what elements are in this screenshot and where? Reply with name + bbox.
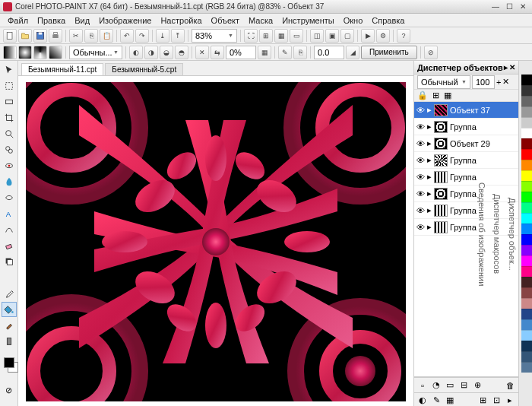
new-button[interactable] — [3, 29, 17, 43]
layer-item[interactable]: 👁▸Объект 37 — [414, 102, 518, 119]
visibility-icon[interactable]: 👁 — [416, 189, 425, 198]
expand-icon[interactable]: ▸ — [427, 138, 432, 148]
visibility-icon[interactable]: 👁 — [416, 156, 425, 165]
transparency-button[interactable]: ▦ — [258, 46, 271, 59]
visibility-icon[interactable]: 👁 — [416, 206, 425, 215]
expand-icon[interactable]: ▸ — [427, 189, 432, 198]
tolerance-spin[interactable]: 0.0 — [314, 46, 344, 59]
edit-button[interactable]: ✎ — [278, 46, 292, 59]
expand-icon[interactable]: ▸ — [427, 205, 432, 215]
style3-button[interactable]: ◒ — [160, 46, 173, 59]
rtab-macros[interactable]: Диспетчер макросов — [492, 194, 502, 274]
mirror-button[interactable]: ⇆ — [211, 46, 224, 59]
print-button[interactable] — [49, 29, 62, 43]
layer-item[interactable]: 👁▸Группа — [414, 202, 518, 219]
style2-button[interactable]: ◑ — [144, 46, 158, 59]
cut-button[interactable]: ✂ — [69, 29, 83, 43]
canvas[interactable] — [26, 82, 406, 401]
vpalette-swatch[interactable] — [521, 170, 532, 181]
visibility-icon[interactable]: 👁 — [416, 106, 425, 115]
vpalette-swatch[interactable] — [521, 255, 532, 266]
undo-button[interactable]: ↶ — [120, 29, 134, 43]
fill-square-button[interactable] — [49, 46, 62, 59]
remove-mask-button[interactable]: ▢ — [340, 29, 354, 43]
dropshadow-tool[interactable] — [2, 254, 17, 269]
vpalette-swatch[interactable] — [521, 128, 532, 138]
transparency-tool[interactable] — [2, 270, 17, 285]
lock-pixel-icon[interactable]: ▦ — [444, 90, 451, 100]
new-lens-icon[interactable]: ◔ — [431, 380, 442, 391]
panel-close-icon[interactable]: ✕ — [509, 63, 515, 71]
visibility-icon[interactable]: 👁 — [416, 122, 425, 132]
fullscreen-button[interactable]: ⛶ — [244, 29, 258, 43]
close-button[interactable]: ✕ — [517, 2, 529, 12]
vpalette-swatch[interactable] — [521, 181, 532, 192]
redo-button[interactable]: ↷ — [135, 29, 149, 43]
vpalette-swatch[interactable] — [521, 341, 532, 351]
reset-button[interactable]: ⊘ — [424, 46, 438, 59]
vpalette-swatch[interactable] — [521, 75, 532, 85]
expand-icon[interactable]: ▸ — [427, 155, 432, 165]
reset-colors[interactable]: ⊘ — [2, 382, 17, 398]
blend-mode-combo[interactable]: Обычны...▼ — [69, 46, 122, 59]
opacity-spin[interactable]: 0% — [226, 46, 256, 59]
open-button[interactable] — [18, 29, 32, 43]
vpalette-swatch[interactable] — [521, 149, 532, 160]
menu-object[interactable]: Объект — [207, 16, 244, 25]
rtab-objects[interactable]: Диспетчер объек... — [508, 198, 517, 271]
rtab-info[interactable]: Сведения об изображении — [477, 182, 486, 286]
show-mask-button[interactable]: ◫ — [310, 29, 324, 43]
maximize-button[interactable]: ☐ — [503, 2, 515, 12]
vpalette-swatch[interactable] — [521, 298, 532, 309]
antialiasing-button[interactable]: ◢ — [346, 46, 359, 59]
copy-fill-button[interactable]: ⎘ — [293, 46, 307, 59]
vpalette-swatch[interactable] — [521, 266, 532, 277]
launch-button[interactable]: ▶ — [361, 29, 375, 43]
paint-tool[interactable] — [2, 318, 17, 333]
layer-blend-combo[interactable]: Обычный▼ — [417, 75, 470, 89]
ft-menu-icon[interactable]: ▸ — [505, 395, 515, 406]
plus-icon[interactable]: + — [496, 78, 501, 87]
expand-icon[interactable]: ▸ — [427, 122, 432, 132]
style4-button[interactable]: ◓ — [175, 46, 188, 59]
layer-item[interactable]: 👁▸Группа — [414, 152, 518, 169]
ft2-icon[interactable]: ✎ — [431, 395, 442, 406]
fill-radial-button[interactable] — [18, 46, 32, 59]
save-button[interactable] — [33, 29, 47, 43]
vpalette-swatch[interactable] — [521, 106, 532, 117]
ft3-icon[interactable]: ▦ — [445, 395, 455, 406]
doc-tab-2[interactable]: Безымянный-5.cpt — [105, 63, 183, 75]
vpalette-swatch[interactable] — [521, 160, 532, 170]
doc-tab-1[interactable]: Безымянный-11.cpt — [21, 63, 103, 75]
help-button[interactable]: ? — [397, 29, 410, 43]
vpalette-swatch[interactable] — [521, 351, 532, 362]
vpalette-swatch[interactable] — [521, 224, 532, 234]
menu-window[interactable]: Окно — [339, 16, 368, 25]
mask-rect-tool[interactable] — [2, 78, 17, 94]
ft4-icon[interactable]: ⊞ — [477, 395, 488, 406]
vpalette-swatch[interactable] — [521, 287, 532, 298]
options-button[interactable]: ⚙ — [376, 29, 390, 43]
color-swatches[interactable] — [2, 353, 17, 373]
lock-all-icon[interactable]: 🔒 — [417, 90, 428, 100]
mask-transform-tool[interactable] — [2, 94, 17, 109]
apply-button[interactable]: Применить — [361, 46, 417, 59]
text-tool[interactable]: A — [2, 206, 17, 221]
paste-button[interactable]: 📋 — [100, 29, 113, 43]
vpalette-swatch[interactable] — [521, 202, 532, 213]
effect-tool[interactable] — [2, 190, 17, 205]
lock-pos-icon[interactable]: ⊞ — [432, 90, 439, 100]
zoom-combo[interactable]: 83%▼ — [192, 29, 237, 43]
menu-adjust[interactable]: Настройка — [156, 16, 206, 25]
menu-image[interactable]: Изображение — [94, 16, 156, 25]
expand-icon[interactable]: ▸ — [427, 105, 432, 115]
visibility-icon[interactable]: 👁 — [416, 139, 425, 148]
minimize-button[interactable]: — — [489, 2, 502, 12]
lock-icon[interactable]: ✕ — [502, 77, 509, 87]
layer-item[interactable]: 👁▸Объект 29 — [414, 135, 518, 152]
fill-conical-button[interactable] — [33, 46, 47, 59]
ft1-icon[interactable]: ◐ — [417, 395, 428, 406]
layer-opacity-spin[interactable]: 100 — [472, 75, 495, 89]
crop-tool[interactable] — [2, 110, 17, 125]
vpalette-swatch[interactable] — [521, 117, 532, 128]
